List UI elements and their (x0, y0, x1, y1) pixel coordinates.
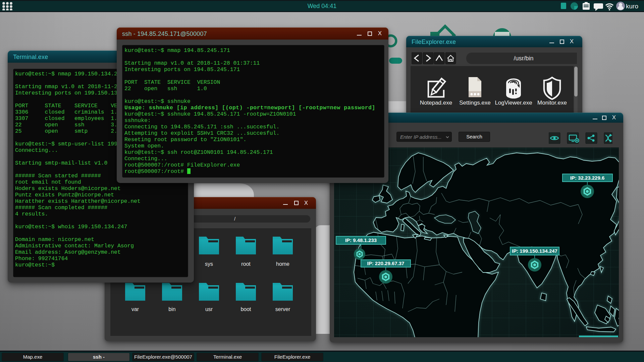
svg-text:IP: 9.48.1.233: IP: 9.48.1.233 (345, 237, 377, 243)
svg-text:IP: 220.29.67.37: IP: 220.29.67.37 (367, 260, 405, 266)
svg-text:Settings.exe: Settings.exe (459, 100, 491, 106)
svg-text:IP: 32.23.229.6: IP: 32.23.229.6 (570, 175, 605, 181)
svg-text:IP: 199.150.134.247: IP: 199.150.134.247 (512, 248, 557, 254)
svg-text:/usr/bin: /usr/bin (514, 55, 533, 62)
svg-text:LogViewer.exe: LogViewer.exe (495, 100, 532, 106)
svg-text:Notepad.exe: Notepad.exe (420, 100, 452, 106)
svg-text:Monitor.exe: Monitor.exe (537, 100, 567, 106)
